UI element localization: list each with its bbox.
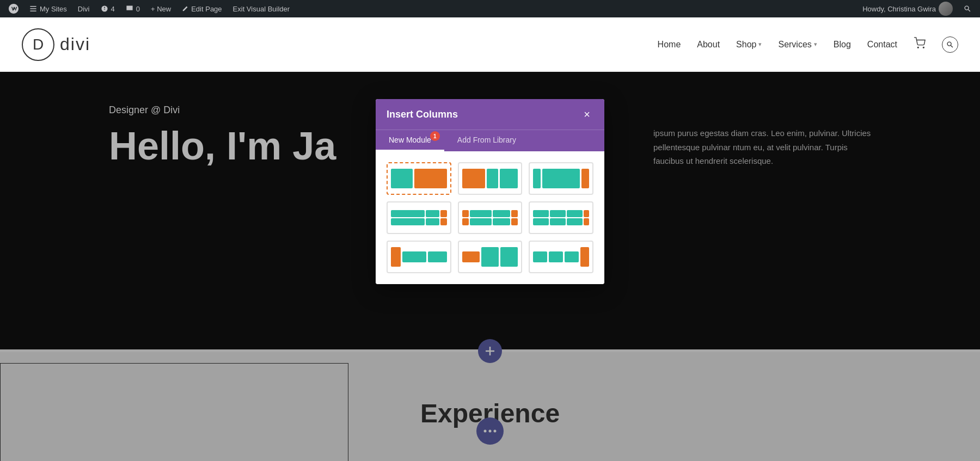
insert-columns-modal: Insert Columns × New Module 1 Add From L… <box>376 99 604 284</box>
user-avatar <box>939 2 953 16</box>
nav-services[interactable]: Services ▾ <box>778 40 817 50</box>
site-nav: Home About Shop ▾ Services ▾ Blog Contac… <box>658 36 958 53</box>
nav-home-label: Home <box>658 40 681 50</box>
nav-blog[interactable]: Blog <box>834 40 851 50</box>
user-greeting-button[interactable]: Howdy, Christina Gwira <box>858 0 957 17</box>
layout-multirow-3[interactable] <box>529 201 593 234</box>
exit-builder-label: Exit Visual Builder <box>233 5 290 13</box>
site-header: D divi Home About Shop ▾ Services ▾ Blog… <box>0 17 980 72</box>
module-badge: 1 <box>430 131 440 141</box>
svg-point-0 <box>965 6 969 10</box>
logo-area[interactable]: D divi <box>22 28 90 61</box>
new-label: + New <box>151 5 171 13</box>
tab-new-module[interactable]: New Module 1 <box>376 130 444 151</box>
layout-bottom-3[interactable] <box>529 241 593 273</box>
nav-services-label: Services <box>778 40 811 50</box>
wp-logo-button[interactable] <box>4 0 23 17</box>
tab-add-library[interactable]: Add From Library <box>444 130 529 151</box>
svg-line-1 <box>968 9 970 11</box>
layout-bottom-1[interactable] <box>387 241 451 273</box>
my-sites-button[interactable]: My Sites <box>25 0 71 17</box>
user-greeting-text: Howdy, Christina Gwira <box>862 5 936 13</box>
admin-bar: My Sites Divi 4 0 + New Edit Page Exit V… <box>0 0 980 17</box>
modal-close-button[interactable]: × <box>580 108 593 121</box>
new-button[interactable]: + New <box>146 0 175 17</box>
svg-point-3 <box>923 47 924 48</box>
layout-bottom-2[interactable] <box>458 241 523 273</box>
modal-body <box>376 151 604 284</box>
nav-shop-label: Shop <box>736 40 756 50</box>
edit-page-label: Edit Page <box>191 5 222 13</box>
my-sites-label: My Sites <box>40 5 67 13</box>
cart-icon[interactable] <box>914 37 926 52</box>
exit-builder-button[interactable]: Exit Visual Builder <box>229 0 295 17</box>
admin-bar-right: Howdy, Christina Gwira <box>858 0 976 17</box>
nav-about[interactable]: About <box>697 40 720 50</box>
layout-1col[interactable] <box>387 162 451 195</box>
modal-header: Insert Columns × <box>376 99 604 130</box>
nav-home[interactable]: Home <box>658 40 681 50</box>
layout-3col[interactable] <box>529 162 593 195</box>
nav-contact-label: Contact <box>867 40 897 50</box>
tab-new-module-label: New Module <box>389 136 431 144</box>
comments-button[interactable]: 0 <box>121 0 144 17</box>
edit-page-button[interactable]: Edit Page <box>177 0 226 17</box>
updates-count: 4 <box>111 5 115 13</box>
nav-contact[interactable]: Contact <box>867 40 897 50</box>
shop-chevron-icon: ▾ <box>758 41 762 48</box>
layout-multirow-2[interactable] <box>458 201 523 234</box>
divi-label: Divi <box>78 5 90 13</box>
logo-text: divi <box>60 34 90 54</box>
layout-2col-equal[interactable] <box>458 162 523 195</box>
main-area: Designer @ Divi Hello, I'm Ja ipsum puru… <box>0 72 980 461</box>
modal-tabs: New Module 1 Add From Library <box>376 130 604 151</box>
nav-about-label: About <box>697 40 720 50</box>
nav-blog-label: Blog <box>834 40 851 50</box>
columns-grid <box>387 162 593 273</box>
nav-shop[interactable]: Shop ▾ <box>736 40 762 50</box>
comments-count: 0 <box>136 5 140 13</box>
svg-point-4 <box>947 42 951 46</box>
divi-button[interactable]: Divi <box>74 0 94 17</box>
layout-multirow-1[interactable] <box>387 201 451 234</box>
services-chevron-icon: ▾ <box>814 41 817 48</box>
admin-search-button[interactable] <box>959 0 976 17</box>
svg-point-2 <box>917 47 918 48</box>
logo-letter: D <box>33 36 44 53</box>
search-icon[interactable] <box>942 36 958 53</box>
tab-add-library-label: Add From Library <box>457 136 516 144</box>
svg-line-5 <box>951 45 953 47</box>
logo-circle: D <box>22 28 54 61</box>
modal-title: Insert Columns <box>387 109 458 120</box>
updates-button[interactable]: 4 <box>96 0 119 17</box>
